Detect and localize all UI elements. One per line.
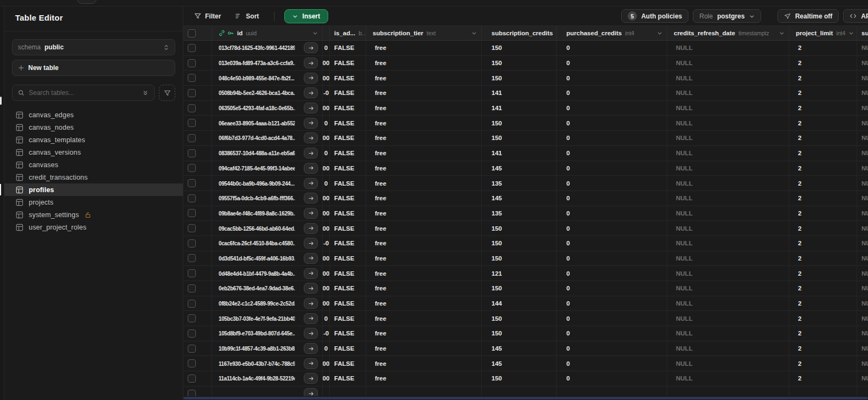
project-limit-cell[interactable]: 2	[789, 101, 857, 116]
credits-refresh-date-cell[interactable]: NULL	[667, 101, 789, 116]
expand-row-button[interactable]	[304, 283, 318, 294]
next-column-cell[interactable]: NULL	[857, 281, 868, 296]
expand-row-button[interactable]	[304, 87, 318, 98]
auth-policies-button[interactable]: 5 Auth policies	[621, 9, 688, 23]
purchased-credits-cell[interactable]: 0	[557, 236, 667, 251]
project-limit-cell[interactable]: 2	[789, 311, 857, 326]
next-column-cell[interactable]: NULL	[857, 371, 868, 386]
row-checkbox[interactable]	[188, 59, 196, 67]
credits-refresh-date-cell[interactable]: NULL	[667, 236, 789, 251]
id-cell[interactable]: 11a114cb-1a4c-49f4-9b28-52219ec...	[212, 371, 323, 386]
expand-row-button[interactable]	[304, 193, 318, 204]
expand-row-button[interactable]	[304, 328, 318, 339]
clipped-cell[interactable]: 00	[323, 161, 330, 176]
project-limit-cell[interactable]: 2	[789, 326, 857, 341]
clipped-cell[interactable]: -0	[323, 86, 330, 100]
credits-refresh-date-cell[interactable]: NULL	[667, 281, 789, 296]
subscription-tier-cell[interactable]: free	[366, 41, 482, 55]
table-row[interactable]: 08386537-10d4-488a-a11e-eb5a6... 0 FALSE…	[183, 146, 868, 161]
expand-row-button[interactable]	[304, 132, 318, 143]
subscription-tier-cell[interactable]: free	[366, 161, 482, 176]
project-limit-cell[interactable]: 2	[789, 281, 857, 296]
is-admin-cell[interactable]: FALSE	[330, 41, 366, 55]
subscription-credits-cell[interactable]: 150	[482, 116, 557, 130]
row-checkbox[interactable]	[188, 345, 196, 353]
row-checkbox[interactable]	[188, 134, 196, 142]
subscription-tier-cell[interactable]: free	[366, 131, 482, 145]
project-limit-cell[interactable]: 2	[789, 56, 857, 71]
subscription-tier-cell[interactable]: free	[366, 341, 482, 356]
next-column-cell[interactable]: NULL	[857, 176, 868, 191]
clipped-cell[interactable]: 00	[323, 71, 330, 85]
subscription-credits-cell[interactable]: 145	[482, 161, 557, 176]
next-column-cell[interactable]: NULL	[857, 311, 868, 326]
table-row[interactable]: 1167e930-e5b0-43b7-b74c-788c9... 00 FALS…	[183, 356, 868, 371]
row-checkbox[interactable]	[188, 269, 196, 277]
subscription-tier-cell[interactable]: free	[366, 86, 482, 100]
is-admin-cell[interactable]: FALSE	[330, 161, 366, 176]
table-row[interactable]: 11a114cb-1a4c-49f4-9b28-52219ec... 00 FA…	[183, 371, 868, 386]
horizontal-scrollbar[interactable]	[183, 396, 868, 400]
chevrons-down-icon[interactable]	[142, 90, 149, 96]
subscription-credits-cell[interactable]: 145	[482, 341, 557, 356]
table-row[interactable]: 0eb2b676-38ed-4ea7-9dad-38e6... 00 FALSE…	[183, 281, 868, 296]
expand-row-button[interactable]	[304, 373, 318, 384]
project-limit-cell[interactable]: 2	[789, 266, 857, 281]
subscription-tier-cell[interactable]: free	[366, 371, 482, 386]
purchased-credits-cell[interactable]: 0	[557, 161, 667, 176]
sidebar-item-canvases[interactable]: canvases	[4, 158, 183, 171]
row-checkbox[interactable]	[188, 300, 196, 308]
purchased-credits-cell[interactable]: 0	[557, 296, 667, 311]
project-limit-cell[interactable]: 2	[789, 371, 857, 386]
expand-row-button[interactable]	[304, 238, 318, 249]
clipped-cell[interactable]: 0	[323, 41, 330, 55]
id-cell[interactable]: 105d8bf9-e703-49bd-807d-645e...	[212, 326, 323, 341]
next-column-cell[interactable]: NULL	[857, 41, 868, 55]
credits-refresh-date-cell[interactable]: NULL	[667, 86, 789, 100]
table-row[interactable]: 094caf42-7185-4e45-99f3-14abee... 00 FAL…	[183, 161, 868, 176]
id-cell[interactable]: 094caf42-7185-4e45-99f3-14abee...	[212, 161, 323, 176]
next-column-cell[interactable]: NULL	[857, 221, 868, 236]
project-limit-cell[interactable]: 2	[789, 356, 857, 371]
subscription-tier-cell[interactable]: free	[366, 191, 482, 206]
sidebar-item-canvas_versions[interactable]: canvas_versions	[4, 146, 183, 158]
is-admin-cell[interactable]: FALSE	[330, 281, 366, 296]
table-row[interactable]: 09557f5a-0dcb-4cb9-a6fb-fff366... 00 FAL…	[183, 191, 868, 206]
table-row[interactable]: 10b99c1f-4857-4c39-a8b1-263b8... 0 FALSE…	[183, 341, 868, 357]
subscription-tier-cell[interactable]: free	[366, 251, 482, 266]
subscription-credits-cell[interactable]: 141	[482, 146, 557, 161]
is-admin-cell[interactable]: FALSE	[330, 71, 366, 85]
is-admin-cell[interactable]: FALSE	[330, 116, 366, 130]
column-header-subscription-tier[interactable]: subscription_tier text	[366, 26, 482, 40]
expand-row-button[interactable]	[304, 58, 318, 68]
subscription-credits-cell[interactable]: 150	[482, 131, 557, 145]
subscription-credits-cell[interactable]: 150	[482, 281, 557, 296]
is-admin-cell[interactable]: FALSE	[330, 251, 366, 266]
row-checkbox[interactable]	[188, 74, 196, 82]
subscription-tier-cell[interactable]: free	[366, 176, 482, 191]
row-checkbox[interactable]	[188, 209, 196, 217]
new-table-button[interactable]: New table	[12, 60, 175, 76]
table-row[interactable]: 09cac5bb-1256-46bd-ab60-64ed... 00 FALSE…	[183, 221, 868, 236]
schema-select[interactable]: schema public	[12, 39, 175, 55]
sidebar-item-canvas_nodes[interactable]: canvas_nodes	[4, 121, 183, 134]
purchased-credits-cell[interactable]: 0	[557, 131, 667, 145]
id-cell[interactable]: 09544b0c-ba9b-496a-9b09-244...	[212, 176, 323, 191]
purchased-credits-cell[interactable]: 0	[557, 311, 667, 326]
credits-refresh-date-cell[interactable]: NULL	[667, 131, 789, 145]
subscription-credits-cell[interactable]: 150	[482, 251, 557, 266]
credits-refresh-date-cell[interactable]: NULL	[667, 251, 789, 266]
clipped-cell[interactable]: 00	[323, 131, 330, 145]
column-header-subscription-credits[interactable]: subscription_credits int4	[482, 26, 557, 40]
credits-refresh-date-cell[interactable]: NULL	[667, 311, 789, 326]
subscription-tier-cell[interactable]: free	[366, 326, 482, 341]
subscription-credits-cell[interactable]: 141	[482, 101, 557, 116]
purchased-credits-cell[interactable]: 0	[557, 221, 667, 236]
subscription-tier-cell[interactable]: free	[366, 356, 482, 371]
purchased-credits-cell[interactable]: 0	[557, 266, 667, 281]
next-column-cell[interactable]: NULL	[857, 56, 868, 71]
clipped-cell[interactable]: -0	[323, 326, 330, 341]
subscription-tier-cell[interactable]: free	[366, 101, 482, 116]
clipped-cell[interactable]: 00	[323, 191, 330, 206]
id-cell[interactable]: 09cac5bb-1256-46bd-ab60-64ed...	[212, 221, 323, 236]
